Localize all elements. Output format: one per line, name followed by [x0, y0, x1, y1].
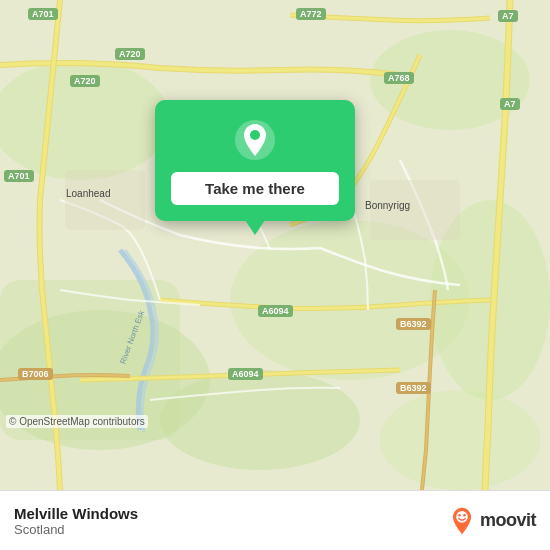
road-label-b6392-top: B6392	[396, 318, 431, 330]
moovit-pin-icon	[448, 507, 476, 535]
place-label-loanhead: Loanhead	[66, 188, 111, 199]
map-container: River North Esk	[0, 0, 550, 490]
svg-point-14	[456, 511, 468, 523]
road-label-b7006: B7006	[18, 368, 53, 380]
take-me-there-button[interactable]: Take me there	[171, 172, 339, 205]
footer-bar: Melville Windows Scotland moovit	[0, 490, 550, 550]
osm-credit: © OpenStreetMap contributors	[6, 415, 148, 428]
road-label-a7-mid: A7	[500, 98, 520, 110]
road-label-a701-top: A701	[28, 8, 58, 20]
location-region: Scotland	[14, 522, 138, 537]
location-pin-icon	[233, 118, 277, 162]
road-label-b6392-bot: B6392	[396, 382, 431, 394]
road-label-a701-mid: A701	[4, 170, 34, 182]
road-label-a768: A768	[384, 72, 414, 84]
road-label-a6094-top: A6094	[258, 305, 293, 317]
footer-right: moovit	[448, 507, 536, 535]
svg-point-13	[250, 130, 260, 140]
svg-point-8	[380, 390, 540, 490]
road-label-a720-left: A720	[70, 75, 100, 87]
svg-point-16	[463, 514, 465, 516]
place-label-bonnyrigg: Bonnyrigg	[365, 200, 410, 211]
svg-rect-10	[65, 170, 145, 230]
road-label-a6094-bot: A6094	[228, 368, 263, 380]
location-name: Melville Windows	[14, 505, 138, 522]
svg-point-15	[458, 514, 460, 516]
moovit-logo: moovit	[448, 507, 536, 535]
road-label-a772: A772	[296, 8, 326, 20]
road-label-a720-top: A720	[115, 48, 145, 60]
road-label-a7-top: A7	[498, 10, 518, 22]
svg-point-7	[160, 370, 360, 470]
footer-left: Melville Windows Scotland	[14, 505, 138, 537]
moovit-brand-text: moovit	[480, 510, 536, 531]
popup-card: Take me there	[155, 100, 355, 221]
